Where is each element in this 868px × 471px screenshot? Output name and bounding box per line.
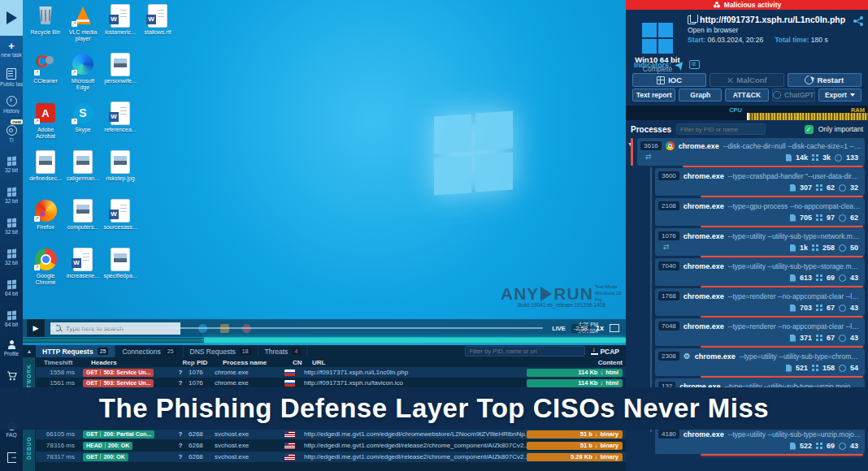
desktop-icon-file[interactable]: stallows.rtf [140,3,176,50]
os-32bit-button[interactable]: 32 bit [0,242,23,273]
modules-icon [816,274,822,281]
ti-icon [7,125,17,136]
vm-screen[interactable]: Recycle Bin CCleaner Adobe Acrobat defin… [23,0,626,345]
process-filter-input[interactable] [676,123,766,135]
chatgpt-button[interactable]: ChatGPT [772,89,815,102]
public-tasks-button[interactable]: Public tasks [0,63,23,91]
attck-button[interactable]: ATT&CK [725,89,768,102]
cart-button[interactable] [0,362,23,390]
task-info: Win10 64 bit Complete http://f0917371.xs… [626,10,868,106]
os-64bit-button[interactable]: 64 bit [0,273,23,304]
request-row[interactable]: 66105 ms GET206: Partial Con... ? 6268 s… [36,429,626,439]
image-file-icon [111,248,130,271]
content-badge[interactable]: 51 b↓binary [527,442,623,450]
windows-wallpaper-logo [434,112,515,193]
image-file-icon [73,199,93,223]
history-button[interactable]: History [0,91,23,119]
desktop-icon-ccleaner[interactable]: CCleaner [28,52,63,99]
desktop-icon-firefox[interactable]: Firefox [28,198,63,245]
desktop-icon-file[interactable]: specifiedpa... [102,247,138,294]
desktop-icon-file[interactable]: caligerman... [65,149,101,197]
redirect-icon: ⇄ [645,153,652,161]
os-32bit-button[interactable]: 32 bit [0,180,23,211]
fullscreen-icon[interactable] [610,324,619,332]
export-button[interactable]: Export [818,89,861,102]
tab-dns-requests[interactable]: DNS Requests18 [184,345,258,357]
anyrun-logo[interactable] [0,0,23,36]
session-progress-bar[interactable] [23,338,626,343]
process-row[interactable]: 2308chrome.exe--type=utility --utility-s… [655,348,865,376]
os-64bit-button[interactable]: 64 bit [0,304,23,335]
modules-icon [816,335,822,341]
process-row[interactable]: 3600chrome.exe--type=crashpad-handler "-… [655,168,865,196]
exit-button[interactable] [0,443,23,471]
desktop-icon-file[interactable]: referencea... [102,101,138,148]
count-badge: 25 [98,348,109,355]
vlc-icon [75,6,91,24]
play-button[interactable]: ▶ [27,319,45,337]
content-badge[interactable]: 114 Kb↓html [527,379,623,387]
desktop-icon-file[interactable]: lostameric... [102,3,138,50]
tab-connections[interactable]: Connections25 [115,345,183,357]
process-row[interactable]: 4180chrome.exe--type=utility --utility-s… [655,426,865,454]
process-row[interactable]: 1076chrome.exe--type=utility --utility-s… [655,228,865,256]
graph-button[interactable]: Graph [679,89,722,102]
exit-icon [7,452,16,463]
request-row[interactable]: 78316 ms HEAD200: OK ? 6268 svchost.exe … [36,440,626,451]
headline-banner: The Phishing Defense Layer Top CISOs Nev… [0,387,868,430]
malconf-button[interactable]: MalConf [710,73,783,87]
desktop-icon-skype[interactable]: Skype [65,101,101,148]
os-32bit-button[interactable]: 32 bit [0,211,23,242]
text-report-button[interactable]: Text report [632,89,675,102]
restart-icon [803,74,815,86]
restart-button[interactable]: Restart [788,73,861,87]
open-in-browser-link[interactable]: Open in browser [688,26,738,34]
rocket-indicator-icon[interactable] [675,58,686,70]
desktop-icon-google-chrome[interactable]: Google Chrome [28,247,63,294]
content-badge[interactable]: 114 Kb↓html [527,369,623,377]
desktop-icon-edge[interactable]: Microsoft Edge [65,52,101,99]
network-filter-input[interactable] [465,346,585,356]
desktop-icon-vlc[interactable]: VLC media player [65,3,101,50]
copy-icon[interactable] [688,15,696,24]
only-important-checkbox[interactable]: ✓ [805,125,814,134]
process-row[interactable]: ▼ 3616chrome.exe--disk-cache-dir=null --… [637,138,865,166]
malconf-icon [727,77,733,84]
desktop-icon-file[interactable]: definedsec... [28,149,63,197]
playback-speed[interactable]: 1x [596,324,604,332]
desktop-icon-file[interactable]: personwife... [102,52,138,99]
tab-http-requests[interactable]: HTTP Requests25 [36,345,115,357]
ioc-button[interactable]: IOC [632,73,706,87]
desktop-icon-file[interactable]: sourcesass... [102,198,138,245]
desktop-icon-file[interactable]: computers... [65,198,101,245]
chrome-process-icon [666,141,675,150]
desktop-icon-adobe-acrobat[interactable]: Adobe Acrobat [28,101,63,148]
desktop-icon-file[interactable]: riskstep.jpg [102,149,138,197]
new-task-button[interactable]: +new task [0,36,23,63]
player-timeline[interactable] [68,327,543,329]
status-badge: HEAD200: OK [83,442,132,450]
tab-threats[interactable]: Threats4 [258,345,308,357]
pcap-download-button[interactable]: PCAP [585,348,626,356]
new-badge: new [11,119,23,124]
desktop-icon-file[interactable]: increasene... [65,247,101,294]
malicious-marker [631,138,633,166]
request-row[interactable]: 1558 ms GET503: Service Un... ? 1076 chr… [36,367,626,378]
collapse-panel-icon[interactable]: ▲ [23,348,36,354]
word-file-icon [111,199,130,223]
process-row[interactable]: 7048chrome.exe--type=renderer --no-appco… [655,318,865,346]
report-indicator-icon[interactable] [689,60,700,69]
process-row[interactable]: 1768chrome.exe--type=renderer --no-appco… [655,288,865,316]
process-row[interactable]: 7040chrome.exe--type=utility --utility-s… [655,258,865,286]
content-badge[interactable]: 51 b↓binary [527,430,623,439]
profile-button[interactable]: Profile [0,335,23,362]
desktop-icon-recycle-bin[interactable]: Recycle Bin [28,3,63,50]
threat-intelligence-button[interactable]: newTI [0,119,23,149]
content-badge[interactable]: 5.28 Kb↓binary [527,453,623,461]
os-32bit-button[interactable]: 32 bit [0,149,23,180]
windows-icon [7,188,16,197]
request-row[interactable]: 78317 ms GET200: OK ? 6268 svchost.exe h… [36,452,626,462]
process-row[interactable]: 2108chrome.exe--type=gpu-process --no-ap… [655,198,865,226]
modules-icon [812,365,818,371]
share-icon[interactable] [853,16,863,26]
